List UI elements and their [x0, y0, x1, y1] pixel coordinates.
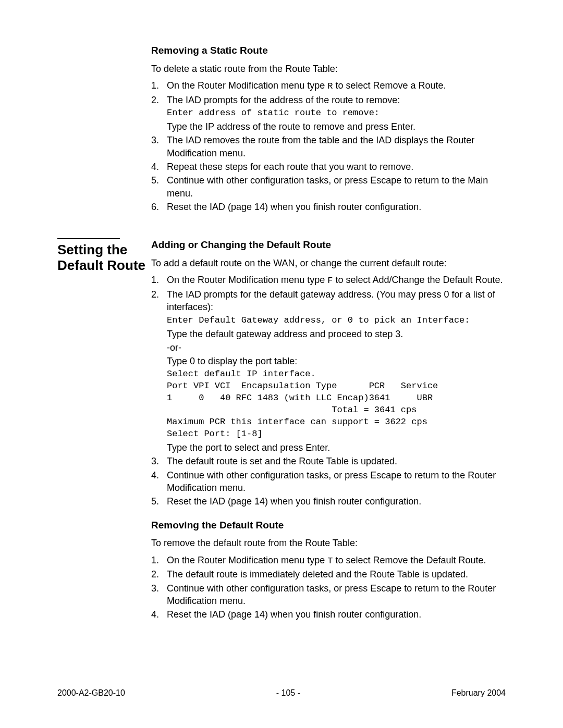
list-item: The IAD prompts for the address of the r… — [151, 94, 506, 133]
inline-code: F — [327, 276, 333, 286]
list-item: On the Router Modification menu type R t… — [151, 79, 506, 93]
page-footer: 2000-A2-GB20-10 - 105 - February 2004 — [57, 687, 506, 699]
section-setting-default-route: Setting the Default Route Adding or Chan… — [57, 238, 506, 631]
steps-list: On the Router Modification menu type F t… — [151, 274, 506, 508]
step-text: On the Router Modification menu type — [167, 80, 327, 91]
list-item: On the Router Modification menu type T t… — [151, 554, 506, 567]
footer-center: - 105 - — [276, 687, 300, 699]
inline-code: T — [327, 556, 333, 566]
list-item: Reset the IAD (page 14) when you finish … — [151, 495, 506, 508]
list-item: The default route is immediately deleted… — [151, 568, 506, 581]
step-text: Type the default gateway address and pro… — [167, 328, 506, 340]
step-text: On the Router Modification menu type — [167, 275, 327, 285]
step-text: The IAD prompts for the address of the r… — [167, 94, 506, 106]
terminal-output: Enter Default Gateway address, or 0 to p… — [167, 315, 506, 327]
footer-right: February 2004 — [451, 687, 506, 699]
list-item: The IAD prompts for the default gateway … — [151, 288, 506, 454]
intro-text: To add a default route on the WAN, or ch… — [151, 257, 506, 269]
terminal-output: Enter address of static route to remove: — [167, 107, 506, 119]
inline-code: R — [327, 81, 333, 91]
section-rule — [57, 238, 120, 239]
step-text: Type 0 to display the port table: — [167, 355, 506, 367]
terminal-output: Select default IP interface. Port VPI VC… — [167, 368, 506, 440]
step-text: to select Remove a Route. — [333, 80, 446, 91]
steps-list: On the Router Modification menu type R t… — [151, 79, 506, 213]
sidebar-title: Setting the Default Route — [57, 242, 146, 274]
heading-removing-default-route: Removing the Default Route — [151, 519, 506, 532]
step-text: -or- — [167, 341, 506, 354]
intro-text: To remove the default route from the Rou… — [151, 537, 506, 549]
list-item: Continue with other configuration tasks,… — [151, 174, 506, 200]
list-item: Continue with other configuration tasks,… — [151, 582, 506, 608]
list-item: On the Router Modification menu type F t… — [151, 274, 506, 287]
steps-list: On the Router Modification menu type T t… — [151, 554, 506, 621]
list-item: Reset the IAD (page 14) when you finish … — [151, 608, 506, 621]
step-text: to select Add/Change the Default Route. — [333, 275, 503, 285]
list-item: Reset the IAD (page 14) when you finish … — [151, 201, 506, 213]
section-removing-static-route: Removing a Static Route To delete a stat… — [57, 44, 506, 224]
heading-adding-changing-default-route: Adding or Changing the Default Route — [151, 238, 506, 252]
step-text: On the Router Modification menu type — [167, 555, 327, 565]
list-item: The IAD removes the route from the table… — [151, 134, 506, 159]
page: Removing a Static Route To delete a stat… — [0, 0, 563, 728]
step-text: Type the port to select and press Enter. — [167, 441, 506, 454]
list-item: The default route is set and the Route T… — [151, 455, 506, 467]
footer-left: 2000-A2-GB20-10 — [57, 687, 125, 699]
step-text: to select Remove the Default Route. — [333, 555, 486, 565]
list-item: Continue with other configuration tasks,… — [151, 469, 506, 495]
list-item: Repeat these steps for each route that y… — [151, 161, 506, 173]
heading-removing-static-route: Removing a Static Route — [151, 44, 506, 57]
intro-text: To delete a static route from the Route … — [151, 63, 506, 75]
step-text: The IAD prompts for the default gateway … — [167, 288, 506, 314]
step-text: Type the IP address of the route to remo… — [167, 120, 506, 133]
